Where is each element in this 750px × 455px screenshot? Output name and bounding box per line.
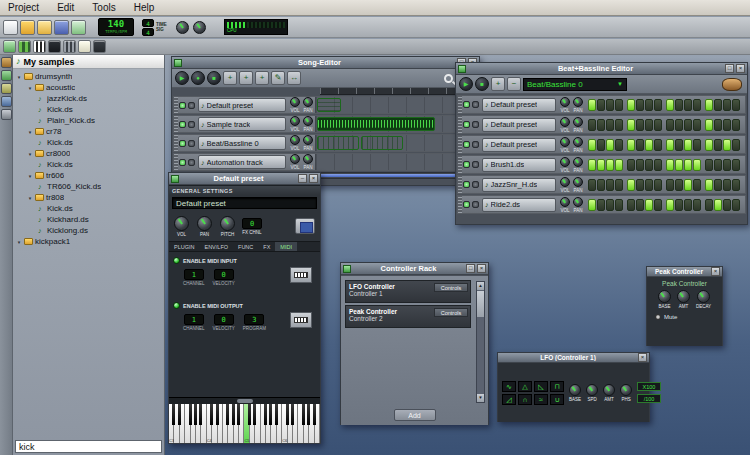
beat-step[interactable] [615, 99, 623, 111]
beat-step[interactable] [654, 179, 662, 191]
beat-step[interactable] [615, 119, 623, 131]
draw-mode-button[interactable]: ✎ [271, 71, 285, 85]
close-button[interactable]: × [638, 353, 647, 362]
track-name-button[interactable]: ♪Sample track [198, 117, 286, 131]
play-button[interactable]: ▶ [459, 77, 473, 91]
beat-step[interactable] [654, 139, 662, 151]
track-name-button[interactable]: ♪Brush1.ds [482, 158, 556, 172]
beat-step[interactable] [675, 99, 683, 111]
knob-vol[interactable] [174, 216, 189, 231]
beat-step[interactable] [675, 199, 683, 211]
beat-step[interactable] [588, 139, 596, 151]
track-mute-led[interactable] [463, 181, 470, 188]
tree-file-item[interactable]: ♪Kicklong.ds [13, 225, 164, 236]
tab-func[interactable]: FUNC [233, 242, 258, 251]
track-mute-led[interactable] [179, 140, 186, 147]
track-pan-knob[interactable] [573, 97, 583, 107]
mute-radio-icon[interactable] [655, 314, 661, 320]
track-pan-knob[interactable] [573, 117, 583, 127]
lfo-wave-saw-icon[interactable]: ◺ [534, 381, 548, 392]
midi-output-channel-display[interactable]: 1 [184, 314, 204, 325]
tab-env-lfo[interactable]: ENV/LFO [199, 242, 233, 251]
beat-step[interactable] [606, 199, 614, 211]
beat-step[interactable] [627, 179, 635, 191]
expander-icon[interactable]: ▾ [16, 74, 22, 80]
save-project-icon[interactable] [54, 20, 69, 35]
track-mute-led[interactable] [179, 102, 186, 109]
track-name-button[interactable]: ♪Automation track [198, 155, 286, 169]
tree-folder-item[interactable]: ▾kickpack1 [13, 236, 164, 247]
track-pan-knob[interactable] [573, 137, 583, 147]
track-volume-knob[interactable] [560, 97, 570, 107]
beat-step[interactable] [588, 99, 596, 111]
beat-step[interactable] [666, 119, 674, 131]
track-name-button[interactable]: ♪Beat/Bassline 0 [198, 136, 286, 150]
beat-step[interactable] [588, 119, 596, 131]
close-button[interactable]: × [309, 174, 318, 183]
vertical-scrollbar[interactable]: ▲ ▼ [476, 281, 485, 403]
beat-step[interactable] [654, 99, 662, 111]
recent-projects-icon[interactable] [37, 20, 52, 35]
record-button[interactable]: ● [191, 71, 205, 85]
beat-step[interactable] [654, 159, 662, 171]
tree-file-item[interactable]: ♪Plain_Kick.ds [13, 115, 164, 126]
track-mute-led[interactable] [179, 159, 186, 166]
track-name-button[interactable]: ♪Default preset [482, 98, 556, 112]
piano-key-black[interactable] [178, 404, 181, 425]
home-icon[interactable] [1, 96, 12, 107]
tree-folder-item[interactable]: ▾acoustic [13, 82, 164, 93]
beat-step[interactable] [588, 179, 596, 191]
track-name-button[interactable]: ♪Default preset [482, 138, 556, 152]
expander-icon[interactable]: ▾ [27, 173, 33, 179]
open-project-icon[interactable] [20, 20, 35, 35]
piano-key-black[interactable] [253, 404, 256, 425]
midi-output-velocity-display[interactable]: 0 [214, 314, 234, 325]
tree-file-item[interactable]: ♪Kick.ds [13, 104, 164, 115]
beat-step[interactable] [597, 99, 605, 111]
controller-row[interactable]: LFO ControllerController 1Controls [345, 280, 471, 303]
beat-step[interactable] [645, 119, 653, 131]
beat-step[interactable] [675, 119, 683, 131]
beat-step[interactable] [654, 119, 662, 131]
midi-input-velocity-display[interactable]: 0 [214, 269, 234, 280]
bb-selector-combobox[interactable]: Beat/Bassline 0 ▼ [523, 78, 627, 91]
track-solo-led[interactable] [188, 159, 195, 166]
tree-file-item[interactable]: ♪Kickhard.ds [13, 214, 164, 225]
piano-key-black[interactable] [264, 404, 267, 425]
close-button[interactable]: × [477, 264, 486, 273]
beat-step[interactable] [666, 179, 674, 191]
timesig-denominator[interactable]: 4 [142, 28, 154, 36]
track-volume-knob[interactable] [560, 137, 570, 147]
track-grip[interactable] [174, 135, 178, 151]
lfo-wave-square-icon[interactable]: ⊓ [550, 381, 564, 392]
beat-step[interactable] [723, 99, 731, 111]
knob-pan[interactable] [197, 216, 212, 231]
beat-step[interactable] [714, 139, 722, 151]
track-grip[interactable] [174, 154, 178, 170]
beat-step[interactable] [705, 139, 713, 151]
samples-icon[interactable] [1, 70, 12, 81]
save-preset-button[interactable] [295, 218, 315, 234]
tree-file-item[interactable]: ♪Kick.ds [13, 137, 164, 148]
computer-icon[interactable] [1, 109, 12, 120]
project-notes-icon[interactable] [78, 40, 91, 53]
lfo-base-knob[interactable] [569, 384, 581, 396]
track-mute-led[interactable] [463, 121, 470, 128]
track-mute-led[interactable] [463, 101, 470, 108]
beat-step[interactable] [597, 119, 605, 131]
beat-step[interactable] [606, 159, 614, 171]
beat-step[interactable] [675, 139, 683, 151]
beat-step[interactable] [645, 159, 653, 171]
beat-step[interactable] [693, 99, 701, 111]
beat-step[interactable] [588, 199, 596, 211]
add-bb-track-button[interactable]: + [223, 71, 237, 85]
piano-key-black[interactable] [269, 404, 272, 425]
beat-step[interactable] [714, 179, 722, 191]
track-grip[interactable] [458, 136, 462, 153]
beat-step[interactable] [732, 159, 740, 171]
beat-step[interactable] [666, 139, 674, 151]
beat-step[interactable] [606, 99, 614, 111]
piano-key-black[interactable] [189, 404, 192, 425]
beat-step[interactable] [606, 139, 614, 151]
instruments-icon[interactable] [1, 57, 12, 68]
